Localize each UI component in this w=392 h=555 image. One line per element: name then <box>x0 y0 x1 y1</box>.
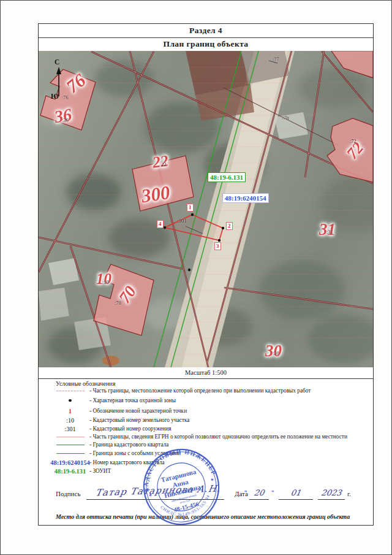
signature-line[interactable] <box>86 499 224 500</box>
date-day-line[interactable] <box>249 499 269 500</box>
legend-row: 48:19-6.131 - ЗОУИТ <box>51 467 371 475</box>
parcel-77-small-label: :77 <box>272 55 279 62</box>
parcel-number-symbol: :10 <box>51 417 89 424</box>
pink-solid-line-symbol <box>51 437 89 437</box>
page-title-text: План границ объекта <box>163 39 248 48</box>
document-page: Раздел 4 План границ объекта <box>0 0 392 555</box>
zone-number-label: 48:19-6.131 <box>208 172 246 182</box>
parcel-36-small-label: :36 <box>62 117 69 123</box>
legend-row-text: - Обозначение новой характерной точки <box>89 408 371 414</box>
parcel-70-small-label: :70 <box>115 300 121 306</box>
legend-row: 1 - Обозначение новой характерной точки <box>51 407 371 415</box>
parcel-72-small-label: :72 <box>350 138 356 144</box>
date-month-line[interactable] <box>279 499 313 500</box>
handwritten-signature: Татар Татаринова А.Н. <box>86 483 230 499</box>
date-close-quote: " <box>271 489 274 496</box>
point-label-4: 4 <box>157 220 164 228</box>
point-label-3: 3 <box>214 242 221 250</box>
legend-row-text: - Граница зоны с особыми условиями <box>89 450 371 456</box>
section-title: Раздел 4 <box>39 24 373 38</box>
boundary-plan-map: С Ю :76 76 36 :36 22 :22 300 10 :10 70 :… <box>39 51 373 367</box>
legend-row-text: - ЗОУИТ <box>89 468 371 474</box>
compass-north-label: С <box>55 58 59 66</box>
parcel-30-small-label: :30 <box>273 350 279 356</box>
new-point-symbol: 1 <box>51 408 89 415</box>
signature-label: Подпись <box>56 490 80 497</box>
blue-line-symbol <box>51 445 89 445</box>
parcel-76-small-label: :76 <box>62 94 69 101</box>
point-label-2: 2 <box>226 222 233 230</box>
structure-number-label: :301 <box>177 218 187 224</box>
legend-divider <box>39 378 373 379</box>
legend-row: 48:19:6240154 - Номер кадастрового кварт… <box>51 458 371 467</box>
black-dot-symbol <box>51 399 89 402</box>
date-month-value: 01 <box>278 488 314 497</box>
legend-row: - Часть границы, местоположение которой … <box>51 386 371 395</box>
green-line-symbol <box>51 453 89 454</box>
legend-row: - Характерная точка охранной зоны <box>51 396 371 405</box>
legend-row: - Граница кадастрового квартала <box>51 440 371 449</box>
date-open-quote: " <box>244 489 247 496</box>
parcel-36-number: 36 <box>53 105 73 127</box>
stamp-place-note: Место для оттиска печати (при наличии) л… <box>56 513 371 520</box>
compass-south-label: Ю <box>51 93 59 100</box>
stamp-number: 48-15-456 <box>173 500 200 513</box>
parcel-31-small-label: :31 <box>326 229 333 235</box>
parcel-22-small-label: :22 <box>160 161 167 167</box>
parcel-300-number: 300 <box>140 182 172 207</box>
legend-row-text: - Кадастровый номер земельного участка <box>89 417 371 423</box>
section-title-text: Раздел 4 <box>189 26 222 35</box>
legend-row-text: - Характерная точка охранной зоны <box>89 397 371 404</box>
content-frame: Раздел 4 План границ объекта <box>38 23 374 526</box>
legend-row-text: - Кадастровый номер сооружения <box>89 426 371 432</box>
parcel-10-small-label: :10 <box>102 279 109 285</box>
legend-row-text: - Часть границы, местоположение которой … <box>89 388 371 394</box>
legend-row: :301 - Кадастровый номер сооружения <box>51 424 371 433</box>
quarter-number-label: 48:19:6240154 <box>222 193 269 203</box>
legend-row-text: - Граница кадастрового квартала <box>89 442 371 448</box>
legend-row: - Граница зоны с особыми условиями <box>51 449 371 457</box>
stamp-star-right-icon: ✶ <box>209 477 216 484</box>
date-day-value: 20 <box>249 488 270 497</box>
point-label-1: 1 <box>187 204 194 212</box>
map-overlay-graphics <box>39 51 373 367</box>
scale-caption: Масштаб 1:500 <box>39 367 373 378</box>
zouit-number-symbol: 48:19-6.131 <box>51 468 89 475</box>
date-year-value: 2023 <box>317 488 346 497</box>
legend-row-text: - Номер кадастрового квартала <box>89 459 371 465</box>
page-title: План границ объекта <box>39 37 373 52</box>
red-dashed-line-symbol <box>51 391 89 391</box>
legend-row: - Часть границы, сведения ЕГРН о которой… <box>51 432 371 441</box>
legend-row: :10 - Кадастровый номер земельного участ… <box>51 416 371 424</box>
date-suffix: г. <box>347 490 351 497</box>
date-year-line[interactable] <box>318 499 345 500</box>
structure-number-symbol: :301 <box>51 426 89 432</box>
legend-row-text: - Часть границы, сведения ЕГРН о которой… <box>89 434 371 440</box>
quarter-number-symbol: 48:19:6240154 <box>51 459 89 466</box>
